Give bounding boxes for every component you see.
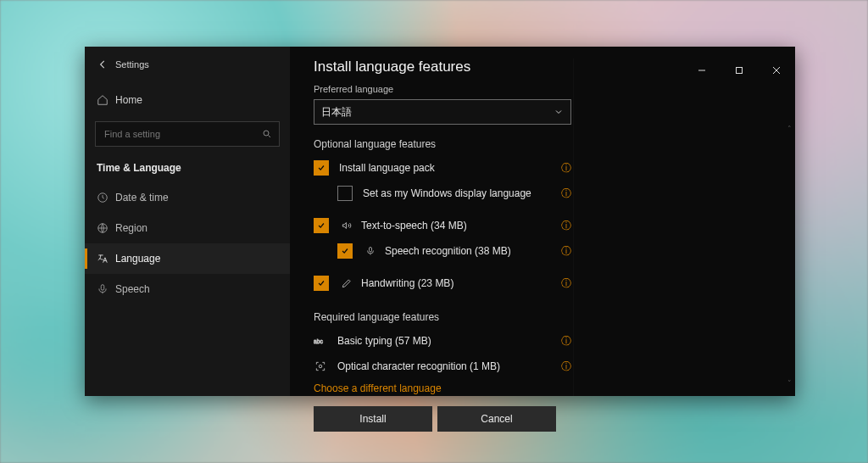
info-icon[interactable]: ⓘ [559, 360, 573, 374]
app-title: Settings [115, 59, 149, 70]
ocr-icon [314, 360, 327, 372]
abc-icon: abc [314, 336, 327, 346]
feature-label: Optical character recognition (1 MB) [337, 360, 559, 372]
feature-ocr: Optical character recognition (1 MB) ⓘ [314, 355, 573, 377]
sidebar-item-label: Speech [115, 283, 150, 295]
install-button[interactable]: Install [314, 406, 432, 432]
feature-speech-recognition: Speech recognition (38 MB) ⓘ [314, 240, 573, 262]
right-pane: ˄ ˅ [573, 59, 795, 396]
feature-label: Install language pack [339, 162, 559, 174]
minimize-button[interactable] [683, 59, 721, 82]
feature-label: Basic typing (57 MB) [337, 335, 559, 347]
feature-label: Text-to-speech (34 MB) [361, 220, 559, 232]
info-icon[interactable]: ⓘ [559, 161, 573, 176]
feature-text-to-speech: Text-to-speech (34 MB) ⓘ [314, 215, 573, 237]
checkbox-handwriting[interactable] [314, 276, 329, 291]
optional-features-header: Optional language features [314, 138, 573, 150]
feature-set-display-language: Set as my Windows display language ⓘ [314, 182, 573, 204]
svg-rect-3 [101, 285, 104, 290]
scroll-up-icon[interactable]: ˄ [787, 125, 792, 133]
search-icon [262, 129, 272, 139]
preferred-language-dropdown[interactable]: 日本語 [314, 99, 571, 125]
sidebar-item-label: Language [115, 253, 160, 265]
info-icon[interactable]: ⓘ [559, 334, 573, 349]
search-input[interactable] [103, 128, 233, 140]
feature-install-language-pack: Install language pack ⓘ [314, 157, 573, 179]
tts-icon [339, 220, 354, 232]
info-icon[interactable]: ⓘ [559, 276, 573, 291]
mic-icon [363, 246, 378, 256]
dialog-title: Install language features [314, 59, 573, 75]
preferred-language-label: Preferred language [314, 84, 573, 94]
feature-basic-typing: abc Basic typing (57 MB) ⓘ [314, 330, 573, 352]
feature-label: Speech recognition (38 MB) [385, 245, 559, 257]
home-label: Home [115, 94, 142, 106]
sidebar-home[interactable]: Home [85, 86, 290, 114]
choose-different-language-link[interactable]: Choose a different language [314, 382, 442, 394]
checkbox-display-language[interactable] [337, 186, 353, 201]
settings-sidebar: Settings Home Time & Language Date & tim… [85, 47, 290, 396]
chevron-down-icon [554, 107, 564, 117]
info-icon[interactable]: ⓘ [559, 219, 573, 233]
window-controls [683, 59, 795, 82]
sidebar-item-date-time[interactable]: Date & time [85, 182, 290, 213]
sidebar-item-speech[interactable]: Speech [85, 274, 290, 304]
cancel-button[interactable]: Cancel [437, 406, 556, 432]
checkbox-tts[interactable] [314, 218, 329, 233]
svg-rect-4 [370, 248, 372, 253]
feature-handwriting: Handwriting (23 MB) ⓘ [314, 272, 573, 294]
close-button[interactable] [758, 59, 795, 82]
sidebar-header: Settings [85, 52, 290, 77]
settings-window: Settings Home Time & Language Date & tim… [85, 47, 795, 396]
language-icon [97, 253, 115, 265]
maximize-button[interactable] [721, 59, 758, 82]
feature-label: Set as my Windows display language [363, 187, 559, 199]
svg-rect-7 [737, 68, 743, 74]
svg-text:abc: abc [314, 338, 323, 344]
dialog-panel: Install language features Preferred lang… [290, 47, 795, 396]
info-icon[interactable]: ⓘ [559, 187, 573, 201]
back-icon[interactable] [97, 59, 115, 70]
sidebar-item-label: Date & time [115, 192, 169, 204]
globe-icon [97, 222, 115, 234]
feature-label: Handwriting (23 MB) [361, 277, 559, 289]
sidebar-item-region[interactable]: Region [85, 213, 290, 243]
svg-point-6 [319, 365, 322, 368]
clock-icon [97, 192, 115, 204]
checkbox-language-pack[interactable] [314, 160, 329, 176]
info-icon[interactable]: ⓘ [559, 244, 573, 259]
sidebar-section-header: Time & Language [85, 157, 290, 182]
sidebar-item-label: Region [115, 222, 147, 234]
svg-point-0 [264, 131, 269, 136]
dialog-buttons: Install Cancel [314, 406, 573, 432]
home-icon [97, 94, 115, 106]
pen-icon [339, 277, 354, 289]
sidebar-item-language[interactable]: Language [85, 243, 290, 274]
search-box[interactable] [95, 121, 280, 147]
scroll-down-icon[interactable]: ˅ [787, 379, 792, 388]
checkbox-speech-recognition[interactable] [337, 243, 353, 259]
mic-icon [97, 283, 115, 295]
required-features-header: Required language features [314, 311, 573, 323]
dropdown-value: 日本語 [321, 105, 352, 120]
